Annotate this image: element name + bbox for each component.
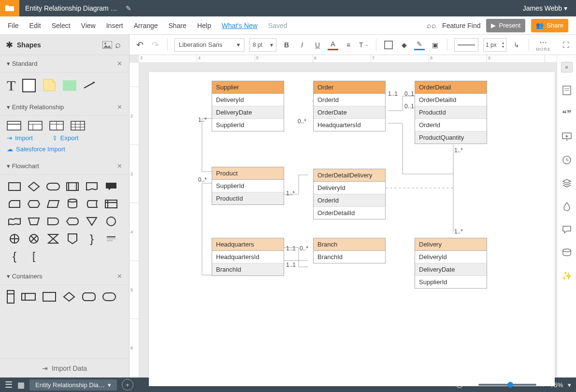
menu-insert[interactable]: Insert [106, 22, 123, 29]
effects-icon[interactable]: ▣ [430, 40, 440, 50]
fc-doc[interactable] [84, 180, 100, 193]
entity-product[interactable]: Product SupplierId ProductId [212, 167, 284, 205]
fc-internal[interactable] [103, 197, 119, 211]
fc-brace-l[interactable]: { [7, 249, 22, 263]
user-menu[interactable]: James Webb ▾ [514, 4, 576, 12]
layers-icon[interactable] [562, 178, 572, 189]
fc-tape[interactable] [7, 215, 22, 228]
close-icon[interactable]: ✕ [117, 162, 122, 170]
line-end-icon[interactable]: ↳ [511, 40, 522, 50]
text-shape[interactable]: T [7, 77, 15, 94]
er-shape-1[interactable] [7, 121, 21, 131]
underline-icon[interactable]: U [312, 40, 323, 50]
menu-help[interactable]: Help [197, 22, 211, 29]
rect-shape[interactable] [22, 79, 36, 92]
export-link[interactable]: ⇪ Export [52, 134, 79, 142]
block-shape[interactable] [63, 80, 76, 91]
er-shape-2[interactable] [28, 121, 43, 131]
menu-file[interactable]: File [8, 22, 19, 29]
fc-diamond[interactable] [26, 180, 42, 193]
fc-callout[interactable] [103, 180, 119, 193]
template-icon[interactable] [562, 85, 572, 96]
page[interactable]: Supplier DeliveryId DeliveryDate Supplie… [149, 72, 555, 386]
fc-card[interactable] [7, 197, 22, 211]
ct-diamond[interactable] [63, 291, 75, 302]
entity-odd[interactable]: OrderDetailDelivery DeliveryId OrderId O… [313, 169, 386, 219]
entity-hq[interactable]: Headquarters HeadquartersId BranchId [212, 238, 284, 276]
fc-predef[interactable] [65, 180, 80, 193]
undo-icon[interactable]: ↶ [134, 40, 145, 50]
folder-icon[interactable] [0, 0, 19, 16]
collapse-right-icon[interactable]: « [561, 62, 573, 73]
font-select[interactable]: Liberation Sans▾ [174, 38, 245, 52]
fc-offpage[interactable] [65, 232, 80, 246]
magic-icon[interactable]: ✨ [562, 271, 572, 281]
present-button[interactable]: ▶ Present [486, 19, 525, 32]
er-shape-3[interactable] [49, 121, 64, 131]
fc-manual[interactable] [26, 215, 42, 228]
category-flowchart[interactable]: ▾ Flowchart✕ [0, 158, 129, 175]
fill-icon[interactable]: ◆ [399, 40, 409, 50]
fc-terminator[interactable] [45, 180, 61, 193]
page-tab[interactable]: Entity Relationship Dia… ▾ [29, 379, 117, 391]
grid-view-icon[interactable]: ▦ [17, 380, 25, 390]
present-icon[interactable] [562, 131, 572, 142]
gear-icon[interactable]: ✱ [6, 40, 13, 50]
category-standard[interactable]: ▾ Standard✕ [0, 55, 129, 73]
menu-share[interactable]: Share [169, 22, 187, 29]
fc-stored[interactable] [84, 197, 100, 211]
fc-sum[interactable] [26, 232, 42, 246]
drop-icon[interactable] [562, 201, 572, 212]
fc-brace-r[interactable]: } [84, 232, 100, 246]
zoom-slider[interactable] [478, 384, 536, 386]
fc-or[interactable] [7, 232, 22, 246]
more-button[interactable]: ⋯MORE [536, 38, 551, 52]
menu-whats-new[interactable]: What's New [222, 22, 258, 29]
ct-rect[interactable] [43, 292, 56, 302]
text-direction-icon[interactable]: T→ [359, 40, 369, 50]
quote-icon[interactable]: ❝❞ [562, 108, 572, 119]
pencil-icon[interactable]: ✎ [126, 4, 131, 12]
feature-find[interactable]: Feature Find [442, 22, 480, 29]
import-data-button[interactable]: ⇥ Import Data [0, 358, 129, 377]
image-icon[interactable] [102, 40, 113, 50]
category-containers[interactable]: ▾ Containers✕ [0, 268, 129, 285]
fullscreen-icon[interactable]: ⛶ [561, 40, 571, 50]
fc-hex[interactable] [26, 197, 42, 211]
line-width-select[interactable]: 1 px▴▾ [483, 38, 506, 52]
shape-panel-icon[interactable] [383, 40, 394, 50]
align-icon[interactable]: ≡ [343, 40, 354, 50]
text-color-icon[interactable]: A [328, 40, 338, 50]
canvas[interactable]: 3 4 5 6 7 8 9 2 3 4 5 6 [130, 55, 557, 377]
ct-swimlane[interactable] [7, 290, 14, 304]
comment-icon[interactable] [562, 224, 572, 235]
list-view-icon[interactable]: ☰ [5, 379, 13, 390]
menu-arrange[interactable]: Arrange [134, 22, 158, 29]
menu-edit[interactable]: Edit [29, 22, 41, 29]
arrow-shape[interactable] [83, 80, 98, 91]
fc-display[interactable] [65, 215, 80, 228]
fc-db[interactable] [65, 197, 80, 211]
import-link[interactable]: ⇥ Import [7, 134, 33, 142]
ct-swimlane-h[interactable] [21, 293, 36, 301]
history-icon[interactable] [562, 155, 572, 165]
entity-branch[interactable]: Branch BranchId [313, 238, 386, 263]
document-title[interactable]: Entity Relationship Diagram Exa… [19, 4, 126, 12]
data-icon[interactable] [562, 247, 572, 258]
fc-rect[interactable] [7, 180, 22, 193]
redo-icon[interactable]: ↷ [150, 40, 160, 50]
entity-delivery[interactable]: Delivery DeliveryId DeliveryDate Supplie… [415, 238, 487, 289]
add-page-button[interactable]: + [122, 379, 133, 391]
fc-delay[interactable] [45, 215, 61, 228]
share-button[interactable]: 👥Share [531, 19, 568, 32]
fc-bracket[interactable]: [ [26, 249, 42, 263]
close-icon[interactable]: ✕ [117, 60, 122, 67]
entity-order[interactable]: Order OrderId OrderDate HeadquartersId [313, 81, 386, 131]
font-size-select[interactable]: 8 pt▾ [249, 38, 276, 52]
category-entity-rel[interactable]: ▾ Entity Relationship✕ [0, 99, 129, 116]
binoculars-icon[interactable]: ⌕⌕ [427, 21, 436, 30]
er-shape-4[interactable] [71, 121, 85, 131]
menu-select[interactable]: Select [52, 22, 71, 29]
fc-merge[interactable] [84, 215, 100, 228]
salesforce-link[interactable]: ☁ Salesforce Import [7, 145, 122, 153]
